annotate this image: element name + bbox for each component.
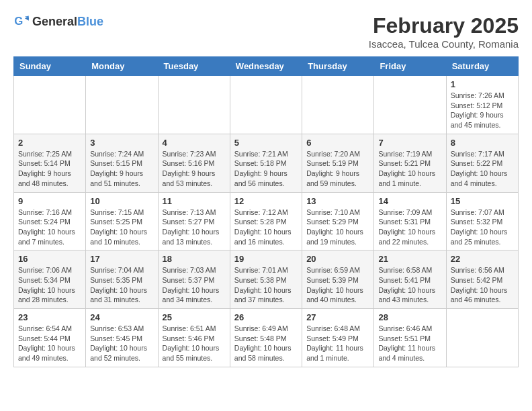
day-number: 1 [451, 79, 514, 89]
day-info: Sunrise: 7:04 AM Sunset: 5:35 PM Dayligh… [90, 265, 153, 305]
main-title: February 2025 [369, 13, 519, 38]
logo: G GeneralBlue [13, 13, 103, 30]
calendar-cell: 27Sunrise: 6:48 AM Sunset: 5:49 PM Dayli… [302, 309, 374, 367]
calendar-cell: 20Sunrise: 6:59 AM Sunset: 5:39 PM Dayli… [302, 250, 374, 309]
day-info: Sunrise: 7:19 AM Sunset: 5:21 PM Dayligh… [378, 149, 441, 189]
day-number: 12 [234, 196, 298, 206]
calendar-cell: 18Sunrise: 7:03 AM Sunset: 5:37 PM Dayli… [158, 250, 230, 309]
day-number: 24 [90, 312, 153, 322]
day-number: 4 [163, 138, 226, 148]
weekday-header-row: SundayMondayTuesdayWednesdayThursdayFrid… [14, 57, 519, 76]
day-info: Sunrise: 6:53 AM Sunset: 5:45 PM Dayligh… [90, 324, 153, 363]
calendar-cell [230, 76, 302, 134]
calendar-cell: 8Sunrise: 7:17 AM Sunset: 5:22 PM Daylig… [446, 134, 518, 192]
week-row-5: 23Sunrise: 6:54 AM Sunset: 5:44 PM Dayli… [14, 309, 519, 367]
calendar-cell [446, 309, 518, 367]
calendar-cell: 17Sunrise: 7:04 AM Sunset: 5:35 PM Dayli… [86, 250, 158, 309]
logo-blue: Blue [77, 15, 103, 28]
calendar-cell: 1Sunrise: 7:26 AM Sunset: 5:12 PM Daylig… [446, 76, 518, 134]
calendar-cell: 25Sunrise: 6:51 AM Sunset: 5:46 PM Dayli… [158, 309, 230, 367]
day-info: Sunrise: 7:09 AM Sunset: 5:31 PM Dayligh… [378, 208, 441, 247]
calendar-cell [158, 76, 230, 134]
day-number: 25 [163, 312, 226, 322]
weekday-header-thursday: Thursday [302, 57, 374, 76]
calendar-cell: 10Sunrise: 7:15 AM Sunset: 5:25 PM Dayli… [86, 192, 158, 250]
week-row-2: 2Sunrise: 7:25 AM Sunset: 5:14 PM Daylig… [14, 134, 519, 192]
calendar-cell: 11Sunrise: 7:13 AM Sunset: 5:27 PM Dayli… [158, 192, 230, 250]
day-info: Sunrise: 7:25 AM Sunset: 5:14 PM Dayligh… [18, 149, 81, 189]
day-number: 7 [378, 138, 441, 148]
calendar-cell [302, 76, 374, 134]
day-info: Sunrise: 7:15 AM Sunset: 5:25 PM Dayligh… [90, 208, 153, 247]
day-info: Sunrise: 7:06 AM Sunset: 5:34 PM Dayligh… [18, 265, 81, 305]
calendar-cell: 7Sunrise: 7:19 AM Sunset: 5:21 PM Daylig… [374, 134, 446, 192]
week-row-3: 9Sunrise: 7:16 AM Sunset: 5:24 PM Daylig… [14, 192, 519, 250]
day-info: Sunrise: 7:12 AM Sunset: 5:28 PM Dayligh… [234, 208, 298, 247]
svg-marker-2 [25, 17, 29, 21]
day-info: Sunrise: 7:21 AM Sunset: 5:18 PM Dayligh… [234, 149, 298, 189]
logo-icon: G [13, 13, 30, 30]
weekday-header-sunday: Sunday [14, 57, 86, 76]
calendar-cell: 9Sunrise: 7:16 AM Sunset: 5:24 PM Daylig… [14, 192, 86, 250]
day-info: Sunrise: 6:51 AM Sunset: 5:46 PM Dayligh… [163, 324, 226, 363]
day-number: 14 [378, 196, 441, 206]
day-info: Sunrise: 6:58 AM Sunset: 5:41 PM Dayligh… [378, 265, 441, 305]
day-number: 2 [18, 138, 81, 148]
calendar-table: SundayMondayTuesdayWednesdayThursdayFrid… [13, 56, 519, 367]
day-info: Sunrise: 7:23 AM Sunset: 5:16 PM Dayligh… [163, 149, 226, 189]
day-info: Sunrise: 7:24 AM Sunset: 5:15 PM Dayligh… [90, 149, 153, 189]
day-info: Sunrise: 6:49 AM Sunset: 5:48 PM Dayligh… [234, 324, 298, 363]
calendar-cell: 4Sunrise: 7:23 AM Sunset: 5:16 PM Daylig… [158, 134, 230, 192]
logo-general: General [32, 15, 77, 28]
day-info: Sunrise: 7:03 AM Sunset: 5:37 PM Dayligh… [163, 265, 226, 305]
svg-text:G: G [14, 15, 23, 28]
day-info: Sunrise: 7:17 AM Sunset: 5:22 PM Dayligh… [451, 149, 514, 189]
week-row-1: 1Sunrise: 7:26 AM Sunset: 5:12 PM Daylig… [14, 76, 519, 134]
day-info: Sunrise: 7:20 AM Sunset: 5:19 PM Dayligh… [306, 149, 369, 189]
day-number: 16 [18, 254, 81, 264]
calendar-cell: 16Sunrise: 7:06 AM Sunset: 5:34 PM Dayli… [14, 250, 86, 309]
day-number: 10 [90, 196, 153, 206]
day-info: Sunrise: 6:54 AM Sunset: 5:44 PM Dayligh… [18, 324, 81, 363]
day-number: 15 [451, 196, 514, 206]
calendar-cell: 21Sunrise: 6:58 AM Sunset: 5:41 PM Dayli… [374, 250, 446, 309]
calendar-cell: 12Sunrise: 7:12 AM Sunset: 5:28 PM Dayli… [230, 192, 302, 250]
day-info: Sunrise: 7:07 AM Sunset: 5:32 PM Dayligh… [451, 208, 514, 247]
calendar-cell [14, 76, 86, 134]
day-info: Sunrise: 6:59 AM Sunset: 5:39 PM Dayligh… [306, 265, 369, 305]
day-number: 8 [451, 138, 514, 148]
calendar-cell: 3Sunrise: 7:24 AM Sunset: 5:15 PM Daylig… [86, 134, 158, 192]
day-number: 21 [378, 254, 441, 264]
weekday-header-monday: Monday [86, 57, 158, 76]
day-info: Sunrise: 6:46 AM Sunset: 5:51 PM Dayligh… [378, 324, 441, 363]
calendar-cell [374, 76, 446, 134]
weekday-header-saturday: Saturday [446, 57, 518, 76]
day-info: Sunrise: 7:10 AM Sunset: 5:29 PM Dayligh… [306, 208, 369, 247]
day-number: 5 [234, 138, 298, 148]
day-number: 17 [90, 254, 153, 264]
day-info: Sunrise: 6:56 AM Sunset: 5:42 PM Dayligh… [451, 265, 514, 305]
day-number: 19 [234, 254, 298, 264]
day-number: 26 [234, 312, 298, 322]
calendar-cell: 5Sunrise: 7:21 AM Sunset: 5:18 PM Daylig… [230, 134, 302, 192]
day-number: 20 [306, 254, 369, 264]
calendar-cell: 28Sunrise: 6:46 AM Sunset: 5:51 PM Dayli… [374, 309, 446, 367]
calendar-cell: 14Sunrise: 7:09 AM Sunset: 5:31 PM Dayli… [374, 192, 446, 250]
day-number: 23 [18, 312, 81, 322]
weekday-header-friday: Friday [374, 57, 446, 76]
calendar-cell: 15Sunrise: 7:07 AM Sunset: 5:32 PM Dayli… [446, 192, 518, 250]
title-area: February 2025 Isaccea, Tulcea County, Ro… [369, 13, 519, 50]
calendar-cell [86, 76, 158, 134]
calendar-cell: 23Sunrise: 6:54 AM Sunset: 5:44 PM Dayli… [14, 309, 86, 367]
day-number: 27 [306, 312, 369, 322]
day-info: Sunrise: 7:13 AM Sunset: 5:27 PM Dayligh… [163, 208, 226, 247]
day-number: 13 [306, 196, 369, 206]
weekday-header-tuesday: Tuesday [158, 57, 230, 76]
calendar-cell: 26Sunrise: 6:49 AM Sunset: 5:48 PM Dayli… [230, 309, 302, 367]
calendar-cell: 19Sunrise: 7:01 AM Sunset: 5:38 PM Dayli… [230, 250, 302, 309]
day-number: 6 [306, 138, 369, 148]
day-info: Sunrise: 6:48 AM Sunset: 5:49 PM Dayligh… [306, 324, 369, 363]
day-number: 28 [378, 312, 441, 322]
page-header: G GeneralBlue February 2025 Isaccea, Tul… [13, 13, 519, 50]
day-info: Sunrise: 7:16 AM Sunset: 5:24 PM Dayligh… [18, 208, 81, 247]
